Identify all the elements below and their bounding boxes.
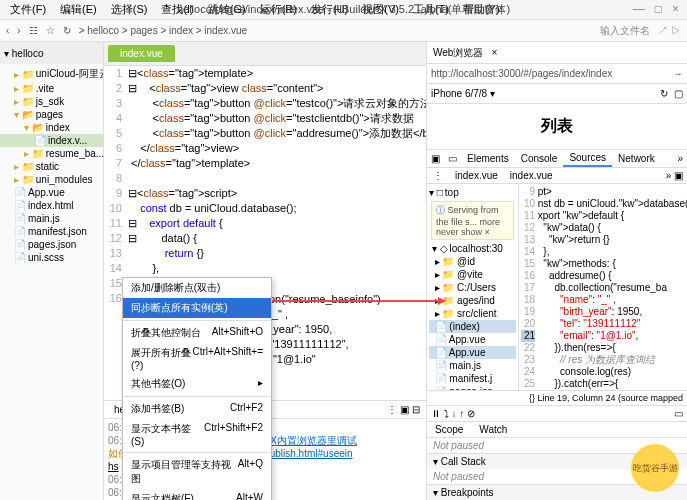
tree-item[interactable]: ▸ 📁 uniCloud-阿里云 bbox=[0, 66, 103, 82]
inspect-icon[interactable]: ▣ bbox=[427, 151, 444, 166]
tree-item[interactable]: 📄 pages.json bbox=[0, 238, 103, 251]
code-line[interactable]: 3 <class="tag">button @click="testco()">… bbox=[104, 96, 426, 111]
pause-icon[interactable]: ⏸ bbox=[431, 408, 441, 419]
dt-code-line[interactable]: 24 console.log(res) bbox=[521, 366, 685, 378]
dt-code-line[interactable]: 18 "name": "_" , bbox=[521, 294, 685, 306]
dt-code-line[interactable]: 22 }).then(res=>{ bbox=[521, 342, 685, 354]
sources-nav-icon[interactable]: ⋮ bbox=[427, 170, 449, 181]
collapse-icon[interactable]: ☷ bbox=[29, 25, 38, 36]
dock-icon[interactable]: ▢ bbox=[674, 88, 683, 99]
devtools-tab[interactable]: Console bbox=[515, 151, 564, 166]
ctx-menu-item[interactable]: 添加/删除断点(双击) bbox=[123, 278, 271, 298]
source-file[interactable]: 📄 manifest.j bbox=[429, 372, 516, 385]
dt-code-line[interactable]: 19 "birth_year": 1950, bbox=[521, 306, 685, 318]
source-file[interactable]: 📄 App.vue bbox=[429, 333, 516, 346]
tree-item[interactable]: 📄 index.html bbox=[0, 199, 103, 212]
back-icon[interactable]: ‹ bbox=[6, 25, 9, 36]
device-select[interactable]: iPhone 6/7/8 ▾ bbox=[431, 88, 495, 99]
device-icon[interactable]: ▭ bbox=[444, 151, 461, 166]
ctx-menu-item[interactable]: 显示项目管理等支持视图Alt+Q bbox=[123, 455, 271, 489]
tree-item[interactable]: ▸ 📁 js_sdk bbox=[0, 95, 103, 108]
minimize-icon[interactable]: — bbox=[633, 2, 645, 16]
dt-code-line[interactable]: 20 "tel": "139111112" bbox=[521, 318, 685, 330]
refresh-icon[interactable]: ↻ bbox=[63, 25, 71, 36]
step-into-icon[interactable]: ↓ bbox=[452, 408, 457, 419]
code-line[interactable]: 1⊟<class="tag">template> bbox=[104, 66, 426, 81]
ctx-menu-item[interactable]: 其他书签(O)▸ bbox=[123, 374, 271, 394]
code-line[interactable]: 4 <class="tag">button @click="testclient… bbox=[104, 111, 426, 126]
dt-code-line[interactable]: 17 db.collection("resume_ba bbox=[521, 282, 685, 294]
devtools-tab[interactable]: Network bbox=[612, 151, 661, 166]
tree-item[interactable]: 📄 uni.scss bbox=[0, 251, 103, 264]
menu-item[interactable]: 选择(S) bbox=[105, 0, 154, 19]
dt-code-line[interactable]: 16 addresume() { bbox=[521, 270, 685, 282]
code-line[interactable]: 6 </class="tag">view> bbox=[104, 141, 426, 156]
dt-code-line[interactable]: 11 xport "kw">default { bbox=[521, 210, 685, 222]
close-icon[interactable]: × bbox=[672, 2, 679, 16]
dt-code-line[interactable]: 9 pt> bbox=[521, 186, 685, 198]
code-line[interactable]: 5 <class="tag">button @click="addresume(… bbox=[104, 126, 426, 141]
step-out-icon[interactable]: ↑ bbox=[459, 408, 464, 419]
code-line[interactable]: 7 </class="tag">template> bbox=[104, 156, 426, 171]
tree-item[interactable]: ▾ 📂 pages bbox=[0, 108, 103, 121]
source-file[interactable]: ▸ 📁 @id bbox=[429, 255, 516, 268]
step-over-icon[interactable]: ⤵ bbox=[444, 408, 449, 419]
preview-tab[interactable]: Web浏览器 bbox=[433, 46, 483, 60]
ctx-menu-item[interactable]: 显示文本书签(S)Ctrl+Shift+F2 bbox=[123, 419, 271, 450]
more-tabs-icon[interactable]: » ▣ bbox=[662, 170, 687, 181]
watch-tab[interactable]: Watch bbox=[471, 422, 515, 437]
tab-index-vue[interactable]: index.vue bbox=[108, 45, 175, 62]
source-tab-1[interactable]: index.vue bbox=[449, 168, 504, 183]
dt-code-line[interactable]: 13 "kw">return {} bbox=[521, 234, 685, 246]
ctx-menu-item[interactable]: 显示文档树(F)Alt+W bbox=[123, 489, 271, 500]
source-file[interactable]: ▸ 📁 C:/Users bbox=[429, 281, 516, 294]
code-line[interactable]: 13 return {} bbox=[104, 246, 426, 261]
url-go-icon[interactable]: → bbox=[673, 68, 683, 79]
source-file[interactable]: ▸ 📁 src/client bbox=[429, 307, 516, 320]
preview-close-icon[interactable]: × bbox=[491, 47, 497, 58]
console-more-icon[interactable]: ⋮ ▣ ⊟ bbox=[387, 404, 426, 415]
dt-code-line[interactable]: 25 }).catch(err=>{ bbox=[521, 378, 685, 390]
code-line[interactable]: 8 bbox=[104, 171, 426, 186]
ctx-menu-item[interactable]: 折叠其他控制台Alt+Shift+O bbox=[123, 323, 271, 343]
devtools-tab[interactable]: Elements bbox=[461, 151, 515, 166]
devtools-code[interactable]: 9 pt>10 nst db = uniCloud."kw">database(… bbox=[519, 184, 687, 390]
tree-item[interactable]: ▸ 📁 resume_ba... bbox=[0, 147, 103, 160]
dt-code-line[interactable]: 21 "email": "1@1.io", bbox=[521, 330, 685, 342]
dt-collapse-icon[interactable]: ▭ bbox=[674, 408, 683, 419]
code-line[interactable]: 2⊟ <class="tag">view class="content"> bbox=[104, 81, 426, 96]
devtools-tab[interactable]: Sources bbox=[563, 150, 612, 167]
code-line[interactable]: 11⊟ export default { bbox=[104, 216, 426, 231]
source-file[interactable]: 📄 App.vue bbox=[429, 346, 516, 359]
ctx-menu-item[interactable]: 添加书签(B)Ctrl+F2 bbox=[123, 399, 271, 419]
dt-code-line[interactable]: 10 nst db = uniCloud."kw">database(); bbox=[521, 198, 685, 210]
code-line[interactable]: 12⊟ data() { bbox=[104, 231, 426, 246]
tree-item[interactable]: 📄 main.js bbox=[0, 212, 103, 225]
dt-code-line[interactable]: 12 "kw">data() { bbox=[521, 222, 685, 234]
maximize-icon[interactable]: □ bbox=[655, 2, 662, 16]
code-line[interactable]: 9⊟<class="tag">script> bbox=[104, 186, 426, 201]
tree-item[interactable]: ▸ 📁 .vite bbox=[0, 82, 103, 95]
devtools-overflow-icon[interactable]: » bbox=[673, 153, 687, 164]
dt-code-line[interactable]: 23 // res 为数据库查询结 bbox=[521, 354, 685, 366]
preview-viewport[interactable]: 列表 bbox=[427, 104, 687, 150]
tree-item[interactable]: ▾ 📂 index bbox=[0, 121, 103, 134]
refresh-preview-icon[interactable]: ↻ bbox=[660, 88, 668, 99]
scope-tab[interactable]: Scope bbox=[427, 422, 471, 437]
dt-code-line[interactable]: 15 "kw">methods: { bbox=[521, 258, 685, 270]
code-line[interactable]: 10 const db = uniCloud.database(); bbox=[104, 201, 426, 216]
url-input[interactable]: http://localhost:3000/#/pages/index/inde… bbox=[431, 68, 673, 79]
source-file[interactable]: 📄 (index) bbox=[429, 320, 516, 333]
deactivate-icon[interactable]: ⊘ bbox=[467, 408, 475, 419]
source-file[interactable]: 📄 main.js bbox=[429, 359, 516, 372]
tree-item[interactable]: 📄 App.vue bbox=[0, 186, 103, 199]
ctx-menu-item[interactable]: 展开所有折叠(?)Ctrl+Alt+Shift+= bbox=[123, 343, 271, 374]
forward-icon[interactable]: › bbox=[17, 25, 20, 36]
sources-tree[interactable]: ▾ □ top ⓘ Serving from the file s... mor… bbox=[427, 184, 519, 390]
tree-item[interactable]: 📄 manifest.json bbox=[0, 225, 103, 238]
project-root[interactable]: ▾ helloco bbox=[4, 48, 43, 59]
menu-item[interactable]: 文件(F) bbox=[4, 0, 52, 19]
menu-item[interactable]: 编辑(E) bbox=[54, 0, 103, 19]
source-file[interactable]: ▸ 📁 @vite bbox=[429, 268, 516, 281]
dt-code-line[interactable]: 14 }, bbox=[521, 246, 685, 258]
